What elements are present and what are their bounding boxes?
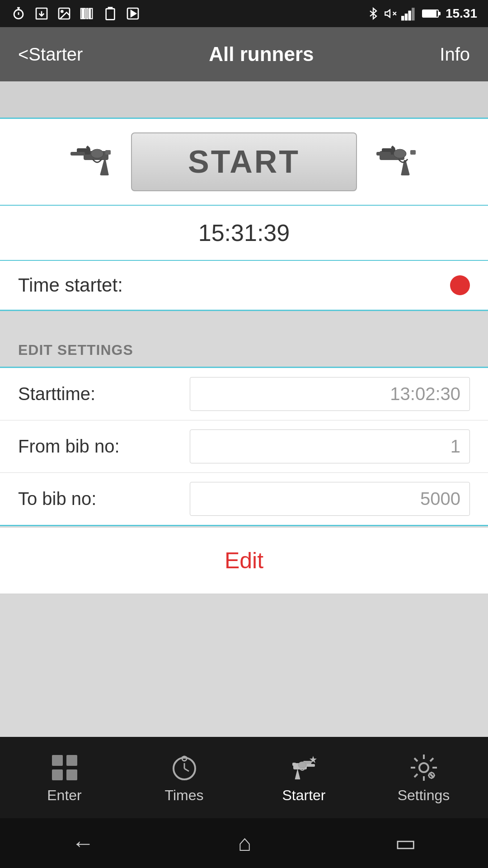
svg-rect-44 <box>292 763 296 766</box>
svg-line-55 <box>430 758 433 761</box>
svg-point-26 <box>91 149 103 158</box>
play-icon <box>126 6 140 21</box>
to-bib-row: To bib no: <box>0 473 488 525</box>
battery-icon <box>422 7 441 20</box>
svg-point-3 <box>61 10 63 12</box>
starttime-input[interactable] <box>190 377 470 411</box>
svg-rect-20 <box>438 12 440 15</box>
svg-rect-10 <box>106 9 115 19</box>
start-card: START 15:31:39 Time star <box>0 118 488 311</box>
times-tab-icon <box>169 752 200 783</box>
svg-point-46 <box>298 762 306 768</box>
svg-line-56 <box>414 774 418 777</box>
from-bib-label: From bib no: <box>18 436 190 457</box>
tab-times-label: Times <box>165 787 204 804</box>
recording-indicator <box>450 275 470 295</box>
tab-times[interactable]: Times <box>135 745 234 810</box>
download-icon <box>34 6 49 21</box>
signal-icon <box>401 6 418 21</box>
tab-settings-label: Settings <box>398 787 450 804</box>
clipboard-icon <box>103 6 117 21</box>
svg-rect-34 <box>52 769 63 780</box>
svg-rect-15 <box>401 16 404 20</box>
svg-line-54 <box>430 774 433 777</box>
image-icon <box>57 6 71 21</box>
svg-rect-32 <box>52 755 63 766</box>
svg-rect-33 <box>66 755 77 766</box>
svg-rect-35 <box>66 769 77 780</box>
sys-nav: ← ⌂ ▭ <box>0 818 488 868</box>
to-bib-input[interactable] <box>190 482 470 516</box>
gun-right-icon <box>371 137 425 187</box>
svg-rect-30 <box>376 152 391 156</box>
tab-enter[interactable]: Enter <box>15 745 114 810</box>
section-sep <box>0 311 488 334</box>
settings-tab-icon <box>408 752 440 783</box>
status-right-icons: 15.31 <box>367 6 477 21</box>
svg-rect-9 <box>90 9 92 19</box>
bottom-spacer <box>0 594 488 737</box>
tab-bar: Enter Times <box>0 737 488 818</box>
time-started-row: Time startet: <box>0 261 488 310</box>
svg-rect-8 <box>89 9 89 19</box>
status-icons <box>11 6 140 21</box>
start-button[interactable]: START <box>131 132 357 191</box>
edit-button[interactable]: Edit <box>0 528 488 594</box>
svg-rect-25 <box>70 152 85 156</box>
starttime-row: Starttime: <box>0 368 488 420</box>
svg-point-48 <box>419 763 428 772</box>
tab-enter-label: Enter <box>47 787 81 804</box>
nav-back-button[interactable]: <Starter <box>18 44 83 65</box>
sys-recents-button[interactable]: ▭ <box>395 830 416 856</box>
tab-settings[interactable]: Settings <box>374 745 474 810</box>
svg-line-41 <box>184 769 189 771</box>
bluetooth-icon <box>367 6 380 21</box>
time-started-label: Time startet: <box>18 274 123 296</box>
barcode-icon <box>80 6 95 21</box>
svg-rect-4 <box>81 9 82 19</box>
svg-rect-16 <box>405 14 408 20</box>
nav-info-button[interactable]: Info <box>440 44 470 65</box>
starter-tab-icon <box>288 752 320 783</box>
svg-rect-5 <box>83 9 83 19</box>
mute-icon <box>384 6 397 21</box>
current-time: 15:31:39 <box>0 206 488 261</box>
tab-starter-label: Starter <box>282 787 325 804</box>
sys-back-button[interactable]: ← <box>72 830 94 856</box>
svg-rect-17 <box>408 11 411 21</box>
svg-rect-18 <box>412 8 414 20</box>
enter-tab-icon <box>49 752 80 783</box>
to-bib-label: To bib no: <box>18 489 190 509</box>
nav-title: All runners <box>209 43 314 66</box>
svg-rect-45 <box>306 764 315 767</box>
svg-rect-6 <box>84 9 85 19</box>
svg-rect-29 <box>410 150 416 155</box>
tab-starter[interactable]: Starter <box>254 745 354 810</box>
svg-rect-7 <box>87 9 88 19</box>
top-spacer <box>0 81 488 118</box>
nav-bar: <Starter All runners Info <box>0 27 488 81</box>
settings-card: Starttime: From bib no: To bib no: <box>0 367 488 526</box>
from-bib-row: From bib no: <box>0 420 488 473</box>
svg-marker-12 <box>131 10 136 16</box>
starttime-label: Starttime: <box>18 384 190 404</box>
edit-settings-label: EDIT SETTINGS <box>0 334 488 367</box>
edit-button-area: Edit <box>0 527 488 594</box>
from-bib-input[interactable] <box>190 429 470 463</box>
status-time: 15.31 <box>446 6 477 21</box>
svg-point-31 <box>394 149 406 158</box>
svg-rect-24 <box>105 150 111 155</box>
svg-rect-21 <box>423 11 436 16</box>
gun-left-icon <box>63 137 117 187</box>
status-bar: 15.31 <box>0 0 488 27</box>
stopwatch-icon <box>11 6 26 21</box>
sys-home-button[interactable]: ⌂ <box>238 830 251 856</box>
svg-line-53 <box>414 758 418 761</box>
start-area: START <box>0 119 488 206</box>
